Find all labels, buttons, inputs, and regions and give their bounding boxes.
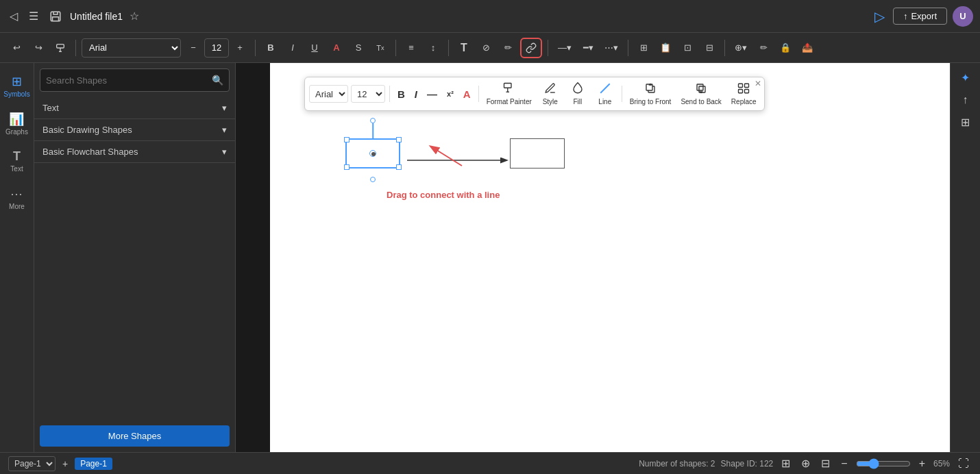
note-button[interactable]: 📋 — [656, 38, 675, 58]
sidebar-nav-text[interactable]: T Text — [8, 144, 25, 178]
statusbar: Page-1 + Page-1 Number of shapes: 2 Shap… — [0, 452, 980, 474]
fill-icon — [572, 82, 584, 97]
handle-tr[interactable] — [396, 137, 402, 142]
text-section-header[interactable]: Text ▾ — [34, 97, 235, 118]
lock-button[interactable]: 🔒 — [776, 38, 795, 58]
svg-rect-8 — [745, 84, 749, 87]
text-section: Text ▾ — [34, 97, 235, 119]
float-superscript-button[interactable]: x² — [443, 88, 457, 100]
border-pattern-button[interactable]: ⋯▾ — [600, 38, 622, 58]
fullscreen-button[interactable]: ⛶ — [955, 455, 972, 473]
svg-line-14 — [431, 147, 462, 166]
superscript-button[interactable]: Tx — [371, 38, 390, 58]
play-button[interactable]: ▷ — [872, 5, 887, 27]
font-color-button[interactable]: A — [327, 38, 346, 58]
table-button[interactable]: ⊞ — [634, 38, 653, 58]
align-button[interactable]: ≡ — [402, 38, 421, 58]
send-to-back-icon — [695, 82, 707, 97]
rotate-handle[interactable] — [370, 118, 376, 123]
graphs-label: Graphs — [5, 128, 28, 136]
unselected-shape[interactable] — [510, 138, 565, 169]
style-button[interactable]: Style — [538, 80, 563, 108]
font-size-decrease[interactable]: − — [184, 38, 203, 58]
selected-shape-wrapper[interactable] — [345, 138, 400, 169]
text-button[interactable]: T — [454, 38, 474, 58]
sidebar-nav-more[interactable]: ⋯ More — [6, 181, 27, 216]
star-button[interactable]: ☆ — [127, 7, 142, 25]
handle-br[interactable] — [396, 164, 402, 170]
float-font-select[interactable]: Arial — [309, 85, 348, 103]
bold-button[interactable]: B — [261, 38, 280, 58]
sidebar-nav-graphs[interactable]: 📊 Graphs — [3, 106, 31, 141]
handle-bl[interactable] — [344, 164, 350, 170]
drawing-shapes-header[interactable]: Basic Drawing Shapes ▾ — [34, 119, 235, 140]
view-mode-button[interactable]: ⊟ — [818, 454, 833, 473]
line-button[interactable]: Line — [593, 80, 617, 108]
canvas-area[interactable]: ✕ Arial 12 B I — x² A Format Painter — [236, 63, 950, 452]
float-italic-button[interactable]: I — [411, 86, 421, 102]
strikethrough-button[interactable]: S — [349, 38, 368, 58]
float-strikethrough-button[interactable]: — — [424, 86, 441, 102]
floating-toolbar: ✕ Arial 12 B I — x² A Format Painter — [304, 77, 765, 111]
right-style-button[interactable]: ✦ — [958, 68, 972, 87]
page-selector[interactable]: Page-1 — [8, 456, 56, 471]
right-export-button[interactable]: ↑ — [960, 91, 971, 109]
right-grid-button[interactable]: ⊞ — [958, 113, 972, 132]
bring-to-front-icon — [644, 82, 657, 97]
search-input[interactable] — [46, 75, 212, 86]
float-bold-button[interactable]: B — [394, 86, 408, 102]
redo-button[interactable]: ↪ — [29, 38, 48, 58]
target-button[interactable]: ⊕ — [798, 454, 813, 473]
flowchart-shapes-header[interactable]: Basic Flowchart Shapes ▾ — [34, 141, 235, 162]
shape-action-button[interactable]: ⊕▾ — [731, 38, 751, 58]
symbols-label: Symbols — [3, 90, 29, 98]
svg-rect-9 — [739, 90, 743, 93]
border-size-button[interactable]: ━▾ — [578, 38, 598, 58]
handle-bottom[interactable] — [370, 177, 376, 182]
clear-format-button[interactable]: ⊘ — [476, 38, 495, 58]
drag-hint-text: Drag to connect with a line — [387, 190, 500, 200]
export-button[interactable]: ↑ Export — [893, 8, 947, 25]
svg-rect-10 — [745, 90, 749, 93]
replace-icon — [737, 82, 750, 97]
underline-button[interactable]: U — [305, 38, 324, 58]
ungroup-button[interactable]: ⊟ — [700, 38, 719, 58]
add-page-button[interactable]: + — [60, 456, 71, 472]
fill-button[interactable]: Fill — [565, 80, 590, 108]
share-button[interactable]: 📤 — [798, 38, 817, 58]
line-height-button[interactable]: ↕ — [424, 38, 443, 58]
current-page-tab[interactable]: Page-1 — [75, 458, 112, 470]
font-size-increase[interactable]: + — [230, 38, 249, 58]
zoom-slider[interactable] — [856, 458, 911, 469]
bring-to-front-button[interactable]: Bring to Front — [626, 80, 675, 108]
floating-toolbar-close[interactable]: ✕ — [755, 79, 761, 88]
move-handle[interactable] — [369, 150, 376, 157]
font-size-input[interactable] — [204, 38, 229, 58]
font-family-select[interactable]: Arial Times New Roman Helvetica — [82, 38, 181, 58]
undo-button[interactable]: ↩ — [7, 38, 26, 58]
border-style-button[interactable]: —▾ — [554, 38, 576, 58]
handle-tl[interactable] — [344, 137, 350, 142]
sidebar-nav-symbols[interactable]: ⊞ Symbols — [1, 68, 32, 103]
format-painter-button[interactable]: Format Painter — [483, 80, 535, 108]
chevron-icon-drawing: ▾ — [222, 125, 227, 135]
more-shapes-button[interactable]: More Shapes — [40, 425, 230, 447]
zoom-out-button[interactable]: − — [838, 455, 850, 473]
zoom-in-button[interactable]: + — [916, 455, 928, 473]
svg-rect-7 — [739, 84, 743, 87]
italic-button[interactable]: I — [283, 38, 302, 58]
float-fontcolor-button[interactable]: A — [460, 86, 474, 102]
group-button[interactable]: ⊡ — [678, 38, 697, 58]
back-button[interactable]: ◁ — [7, 7, 21, 25]
edit-button[interactable]: ✏ — [754, 38, 773, 58]
float-font-size-select[interactable]: 12 — [351, 85, 385, 103]
shape-count-label: Number of shapes: 2 — [639, 459, 715, 469]
link-button[interactable] — [520, 38, 542, 58]
save-button[interactable] — [47, 8, 64, 25]
send-to-back-button[interactable]: Send to Back — [677, 80, 724, 108]
export-icon: ↑ — [903, 11, 908, 21]
highlight-button[interactable]: ✏ — [498, 38, 517, 58]
format-paint-button[interactable] — [51, 38, 70, 58]
menu-button[interactable]: ☰ — [26, 7, 41, 25]
layers-button[interactable]: ⊞ — [779, 454, 793, 473]
